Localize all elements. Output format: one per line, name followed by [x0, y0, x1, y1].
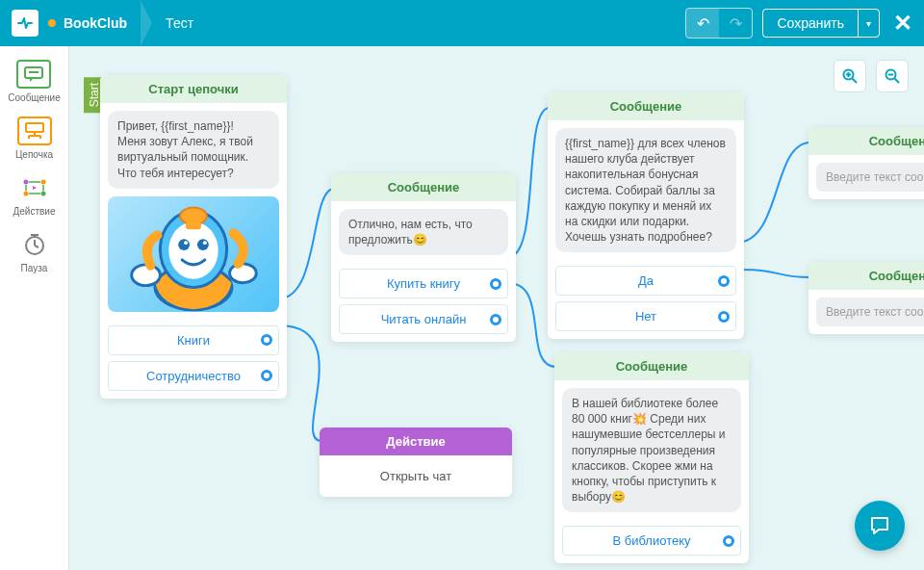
node-start-option-0[interactable]: Книги [108, 325, 279, 355]
svg-point-27 [178, 239, 190, 250]
zoom-out-button[interactable] [876, 60, 909, 92]
save-group: Сохранить ▾ [762, 9, 880, 38]
svg-point-8 [40, 180, 45, 185]
close-button[interactable]: ✕ [893, 10, 912, 37]
palette-pause-label: Пауза [21, 263, 48, 273]
project-status-dot [48, 19, 56, 27]
node-message-5-title: Сообщение [808, 262, 924, 290]
svg-point-28 [197, 239, 209, 250]
svg-rect-2 [26, 123, 43, 132]
node-message-4-title: Сообщение [808, 127, 924, 155]
palette-chain-label: Цепочка [15, 149, 53, 160]
palette-action-label: Действие [13, 206, 56, 217]
node-message-3[interactable]: Сообщение В нашей библиотеке более 80 00… [554, 352, 749, 563]
node-start-title: Старт цепочки [100, 75, 287, 103]
svg-rect-32 [186, 221, 201, 229]
port-out[interactable] [718, 275, 730, 287]
app-logo[interactable] [12, 10, 38, 37]
save-button[interactable]: Сохранить [763, 10, 858, 37]
node-message-4-placeholder[interactable]: Введите текст сообщения [816, 163, 924, 192]
node-action[interactable]: Действие Открыть чат [320, 428, 512, 497]
node-message-3-option-0[interactable]: В библиотеку [562, 526, 741, 556]
port-out[interactable] [261, 370, 272, 381]
svg-point-33 [132, 265, 161, 286]
node-message-1-title: Сообщение [331, 173, 516, 201]
action-icon [17, 173, 52, 202]
node-message-1-option-1[interactable]: Читать онлайн [339, 304, 508, 334]
page-title[interactable]: Тест [166, 15, 193, 31]
chain-icon [17, 117, 52, 145]
node-message-2-text: {{first_name}} для всех членов нашего кл… [555, 128, 736, 252]
svg-line-18 [853, 79, 858, 84]
node-message-1[interactable]: Сообщение Отлично, нам есть, что предлож… [331, 173, 516, 342]
node-action-text: Открыть чат [320, 455, 512, 497]
palette-action[interactable]: Действие [13, 173, 56, 217]
zoom-controls [834, 60, 909, 92]
node-message-5[interactable]: Сообщение Введите текст сообщения [808, 262, 924, 334]
node-message-4[interactable]: Сообщение Введите текст сообщения [808, 127, 924, 199]
port-out[interactable] [490, 278, 501, 290]
node-message-1-text: Отлично, нам есть, что предложить😊 [339, 209, 508, 255]
node-start[interactable]: Старт цепочки Привет, {{first_name}}! Ме… [100, 75, 287, 399]
node-message-3-text: В нашей библиотеке более 80 000 книг💥 Ср… [562, 388, 741, 512]
node-message-2-option-1[interactable]: Нет [555, 301, 736, 331]
node-message-3-title: Сообщение [554, 352, 749, 380]
node-start-text: Привет, {{first_name}}! Меня зовут Алекс… [108, 111, 279, 189]
project-name[interactable]: BookClub [64, 15, 127, 31]
svg-point-30 [203, 241, 207, 245]
palette-message[interactable]: Сообщение [8, 60, 60, 103]
svg-point-7 [23, 180, 28, 185]
node-action-title: Действие [320, 428, 512, 455]
pause-icon [17, 230, 52, 259]
svg-rect-1 [29, 71, 38, 73]
node-message-2-option-0[interactable]: Да [555, 266, 736, 296]
node-start-image [108, 196, 279, 312]
svg-point-34 [230, 264, 257, 283]
canvas[interactable]: Start Старт цепочки Привет, {{first_name… [69, 46, 924, 570]
message-icon [16, 60, 51, 89]
palette: Сообщение Цепочка Действие Пауза [0, 46, 69, 570]
save-caret[interactable]: ▾ [858, 10, 879, 37]
port-out[interactable] [490, 314, 501, 325]
workspace: Сообщение Цепочка Действие Пауза [0, 46, 924, 570]
mascot-icon [108, 196, 279, 312]
node-message-1-option-0[interactable]: Купить книгу [339, 269, 508, 298]
node-message-2-title: Сообщение [548, 92, 744, 120]
palette-chain[interactable]: Цепочка [15, 117, 53, 160]
topbar: BookClub Тест ↶ ↷ Сохранить ▾ ✕ [0, 0, 924, 46]
help-button[interactable] [855, 501, 905, 551]
node-message-2[interactable]: Сообщение {{first_name}} для всех членов… [548, 92, 744, 339]
redo-button[interactable]: ↷ [719, 9, 752, 38]
svg-marker-11 [33, 186, 37, 190]
svg-line-22 [895, 79, 900, 84]
svg-line-14 [35, 246, 38, 247]
svg-point-9 [23, 192, 28, 196]
svg-point-26 [168, 221, 218, 278]
svg-point-10 [40, 192, 45, 196]
node-message-5-placeholder[interactable]: Введите текст сообщения [816, 298, 924, 326]
undo-button[interactable]: ↶ [686, 9, 719, 38]
palette-pause[interactable]: Пауза [17, 230, 52, 273]
port-out[interactable] [718, 311, 730, 323]
undo-redo-group: ↶ ↷ [685, 8, 753, 39]
port-out[interactable] [723, 535, 734, 547]
zoom-in-button[interactable] [834, 60, 866, 92]
palette-message-label: Сообщение [8, 92, 60, 103]
svg-point-29 [184, 241, 188, 245]
node-start-option-1[interactable]: Сотрудничество [108, 361, 279, 391]
port-out[interactable] [261, 334, 272, 346]
breadcrumb-separator [141, 0, 152, 46]
